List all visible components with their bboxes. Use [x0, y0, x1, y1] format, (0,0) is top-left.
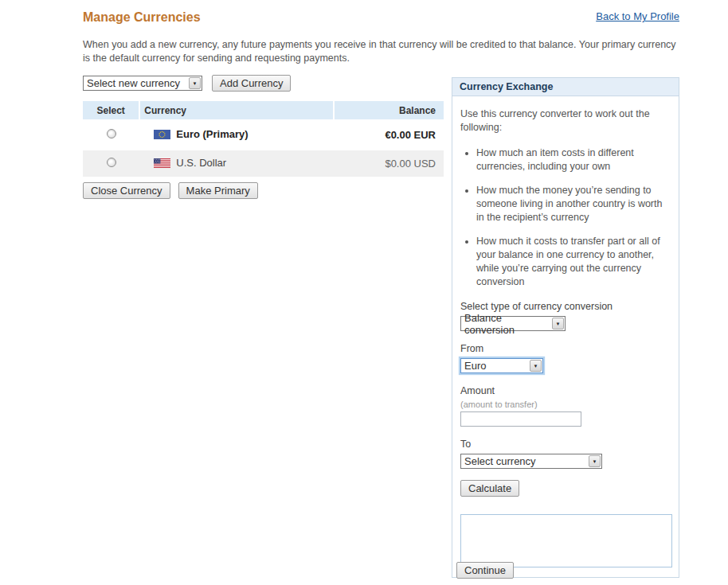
- amount-hint: (amount to transfer): [460, 400, 671, 409]
- to-currency-value: Select currency: [464, 455, 536, 467]
- currency-name: U.S. Dollar: [176, 157, 226, 169]
- continue-button[interactable]: Continue: [456, 562, 514, 579]
- column-header-balance: Balance: [335, 101, 444, 119]
- column-header-currency: Currency: [140, 101, 335, 119]
- new-currency-select[interactable]: Select new currency ▼: [83, 76, 202, 91]
- to-currency-select[interactable]: Select currency ▼: [460, 454, 602, 469]
- from-currency-value: Euro: [464, 360, 486, 372]
- conversion-type-value: Balance conversion: [464, 312, 547, 336]
- bullet-item: How much the money you’re sending to som…: [476, 184, 671, 224]
- from-label: From: [460, 343, 671, 354]
- close-currency-button[interactable]: Close Currency: [83, 182, 170, 199]
- add-currency-button[interactable]: Add Currency: [212, 75, 291, 92]
- chevron-down-icon: ▼: [552, 318, 564, 330]
- currency-exchange-panel: Currency Exchange Use this currency conv…: [452, 77, 679, 578]
- page-description: When you add a new currency, any future …: [83, 38, 682, 65]
- us-flag-icon: [154, 158, 170, 168]
- amount-input[interactable]: [460, 411, 581, 427]
- panel-intro: Use this currency converter to work out …: [460, 107, 671, 135]
- table-row-euro: Euro (Primary) €0.00 EUR: [83, 119, 444, 148]
- currency-balance: $0.00 USD: [335, 148, 444, 177]
- bullet-item: How much an item costs in different curr…: [476, 146, 671, 174]
- page-header: Manage Currencies Back to My Profile: [83, 10, 679, 25]
- conversion-type-select[interactable]: Balance conversion ▼: [460, 316, 566, 331]
- make-primary-button[interactable]: Make Primary: [178, 182, 258, 199]
- from-currency-select[interactable]: Euro ▼: [460, 358, 543, 373]
- chevron-down-icon: ▼: [189, 77, 201, 89]
- chevron-down-icon: ▼: [589, 455, 601, 467]
- back-to-profile-link[interactable]: Back to My Profile: [596, 10, 679, 22]
- currency-name: Euro (Primary): [176, 128, 248, 140]
- conversion-type-label: Select type of currency conversion: [460, 301, 671, 312]
- chevron-down-icon: ▼: [530, 360, 542, 372]
- new-currency-select-value: Select new currency: [87, 77, 180, 89]
- calculate-button[interactable]: Calculate: [460, 480, 519, 497]
- panel-title: Currency Exchange: [452, 78, 679, 96]
- currency-table: Select Currency Balance Euro (Primary) €…: [83, 101, 444, 177]
- currency-table-header-row: Select Currency Balance: [83, 101, 444, 119]
- panel-bullet-list: How much an item costs in different curr…: [460, 146, 671, 289]
- radio-select-euro[interactable]: [107, 129, 116, 138]
- table-row-usd: U.S. Dollar $0.00 USD: [83, 148, 444, 177]
- conversion-result-box: [460, 514, 672, 567]
- bullet-item: How much it costs to transfer part or al…: [476, 235, 671, 289]
- page-title: Manage Currencies: [83, 10, 201, 25]
- currency-balance: €0.00 EUR: [335, 119, 444, 148]
- eu-flag-icon: [154, 130, 170, 139]
- radio-select-usd[interactable]: [107, 158, 116, 167]
- add-currency-row: Select new currency ▼ Add Currency: [83, 75, 291, 92]
- column-header-select: Select: [83, 101, 140, 119]
- to-label: To: [460, 439, 671, 450]
- amount-label: Amount: [460, 385, 671, 396]
- table-actions: Close Currency Make Primary: [83, 182, 258, 199]
